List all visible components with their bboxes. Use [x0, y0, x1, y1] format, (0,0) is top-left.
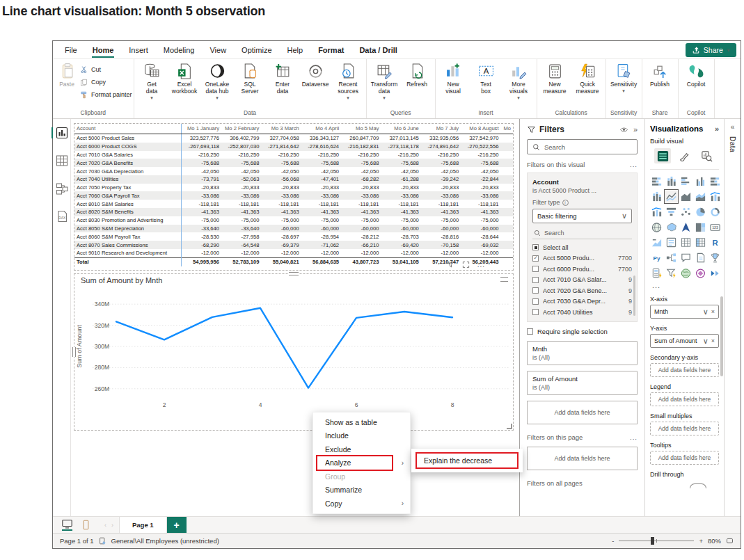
require-single-selection[interactable]: Require single selection — [527, 328, 638, 335]
mnth-filter-card[interactable]: Mnth is (All) — [527, 341, 638, 365]
donut-chart-icon[interactable] — [709, 205, 722, 218]
menu-tab-help[interactable]: Help — [280, 41, 311, 58]
table-icon[interactable] — [679, 236, 692, 249]
filter-icon[interactable] — [447, 261, 454, 269]
new-visual-button[interactable]: New visual — [437, 61, 470, 95]
menu-item-summarize[interactable]: Summarize — [313, 483, 410, 497]
page-tab[interactable]: Page 1 — [119, 517, 167, 534]
drag-handle-top-icon[interactable] — [289, 272, 299, 275]
decomposition-tree-icon[interactable] — [665, 251, 678, 264]
collapse-pane-icon[interactable]: » — [633, 125, 638, 134]
chip-remove-icon[interactable]: × — [711, 308, 715, 315]
refresh-button[interactable]: Refresh — [401, 61, 434, 88]
zoom-slider-handle[interactable] — [651, 537, 654, 545]
funnel-chart-icon[interactable] — [665, 205, 678, 218]
more-options-icon[interactable]: ... — [477, 261, 485, 269]
clustered-bar-chart-icon[interactable] — [679, 175, 692, 188]
matrix-icon[interactable] — [694, 236, 707, 249]
menu-tab-data-drill[interactable]: Data / Drill — [351, 41, 404, 58]
sensitivity-button[interactable]: Sensitivity ▾ — [608, 61, 640, 94]
field-chip-mnth[interactable]: Mnth∨× — [650, 305, 719, 319]
menu-item-show-as-a-table[interactable]: Show as a table — [313, 415, 410, 429]
checkbox-icon[interactable] — [532, 255, 539, 262]
model-view-button[interactable] — [55, 182, 69, 195]
add-data-fields-visual[interactable]: Add data fields here — [527, 401, 638, 424]
map-icon[interactable] — [650, 221, 663, 234]
cut-button[interactable]: Cut — [79, 65, 132, 74]
analytics-tab[interactable] — [698, 148, 715, 163]
new-page-button[interactable]: + — [167, 517, 187, 534]
format-visual-tab[interactable] — [676, 148, 693, 163]
format-painter-button[interactable]: Format painter — [79, 90, 132, 99]
checkbox-icon[interactable] — [532, 266, 539, 272]
desktop-layout-button[interactable] — [61, 519, 73, 531]
build-visual-tab[interactable] — [654, 148, 671, 163]
r-script-visual-icon[interactable]: R — [709, 236, 722, 249]
copy-button[interactable]: Copy — [79, 77, 132, 87]
transform-data-button[interactable]: Transform data ▾ — [368, 61, 401, 101]
checkbox-icon[interactable] — [532, 298, 539, 305]
q-and-a-icon[interactable] — [679, 251, 692, 264]
account-filter-card[interactable]: Account is Acct 5000 Product ... Filter … — [527, 173, 638, 322]
table-visual[interactable]: AccountMo 1 JanuaryMo 2 FebruaryMo 3 Mar… — [74, 123, 514, 271]
collapse-pane-icon[interactable]: » — [715, 125, 719, 133]
text-box-button[interactable]: AText box — [470, 61, 502, 95]
line-chart-visual[interactable]: Sum of Amount by Mnth 340M320M300M280M26… — [74, 273, 514, 431]
paginated-report-icon[interactable] — [694, 251, 707, 264]
filter-type-select[interactable]: Basic filtering ∨ — [532, 209, 632, 223]
get-data-button[interactable]: Get data ▾ — [136, 61, 168, 101]
publish-button[interactable]: Publish — [644, 61, 676, 88]
dataverse-button[interactable]: Dataverse — [299, 61, 332, 88]
eye-icon[interactable] — [619, 125, 628, 134]
metrics-icon[interactable] — [709, 251, 722, 264]
add-data-fields-page[interactable]: Add data fields here — [527, 447, 638, 470]
power-automate-visual-icon[interactable] — [709, 266, 722, 280]
menu-tab-home[interactable]: Home — [85, 41, 122, 58]
kpi-icon[interactable] — [650, 236, 663, 249]
sql-server-button[interactable]: SQL Server — [234, 61, 267, 95]
filter-option-acct-7040-utilities[interactable]: Acct 7040 Utilities9 — [532, 307, 632, 318]
explain-the-decrease-item[interactable]: Explain the decrease — [415, 452, 519, 469]
100-stacked-bar-chart-icon[interactable] — [709, 175, 722, 188]
line-chart-icon[interactable] — [665, 190, 678, 203]
chip-dropdown-icon[interactable]: ∨ — [703, 307, 709, 317]
menu-tab-file[interactable]: File — [57, 41, 85, 58]
scatter-chart-icon[interactable] — [679, 205, 692, 218]
well-placeholder[interactable]: Add data fields here — [650, 422, 719, 435]
visual-grip-icon[interactable] — [500, 277, 508, 282]
menu-tab-optimize[interactable]: Optimize — [234, 41, 279, 58]
line-and-stacked-column-chart-icon[interactable] — [709, 190, 722, 203]
filters-search[interactable]: Search — [527, 139, 638, 154]
excel-workbook-button[interactable]: Excel workbook — [168, 61, 201, 95]
table-view-button[interactable] — [55, 154, 69, 168]
new-measure-button[interactable]: New measure — [539, 61, 571, 95]
menu-tab-insert[interactable]: Insert — [121, 41, 156, 58]
pane-scrollbar[interactable] — [720, 296, 723, 376]
prev-page-icon[interactable]: ‹ — [104, 522, 106, 529]
expand-pane-icon[interactable]: « — [731, 123, 735, 131]
checkbox-icon[interactable] — [532, 309, 539, 315]
pie-chart-icon[interactable] — [694, 205, 707, 218]
filter-option-acct-6000-produ[interactable]: Acct 6000 Produ...7700 — [532, 264, 632, 275]
cross-report-toggle-icon[interactable] — [690, 483, 706, 488]
zoom-in-icon[interactable]: + — [699, 537, 703, 545]
menu-item-copy[interactable]: Copy› — [313, 497, 410, 511]
mobile-layout-button[interactable] — [80, 520, 92, 530]
line-and-clustered-column-chart-icon[interactable] — [650, 205, 663, 218]
data-pane-collapsed[interactable]: « Data — [724, 119, 741, 516]
chip-remove-icon[interactable]: × — [711, 337, 715, 344]
menu-tab-modeling[interactable]: Modeling — [156, 41, 203, 58]
onelake-data-hub-button[interactable]: OneLake data hub ▾ — [201, 61, 234, 101]
smart-narrative-icon[interactable] — [665, 266, 678, 280]
slicer-icon[interactable] — [665, 236, 678, 249]
zoom-slider[interactable] — [619, 537, 694, 545]
copilot-button[interactable]: Copilot — [680, 61, 713, 88]
checkbox-icon[interactable] — [532, 287, 539, 294]
well-placeholder[interactable]: Add data fields here — [650, 451, 719, 465]
100-stacked-column-chart-icon[interactable] — [650, 190, 663, 203]
dax-query-view-button[interactable]: DAX — [55, 209, 69, 223]
clustered-column-chart-icon[interactable] — [694, 175, 707, 188]
filter-option-acct-5000-produ[interactable]: Acct 5000 Produ...7700 — [532, 253, 632, 264]
menu-tab-view[interactable]: View — [202, 41, 234, 58]
chip-dropdown-icon[interactable]: ∨ — [703, 337, 709, 346]
